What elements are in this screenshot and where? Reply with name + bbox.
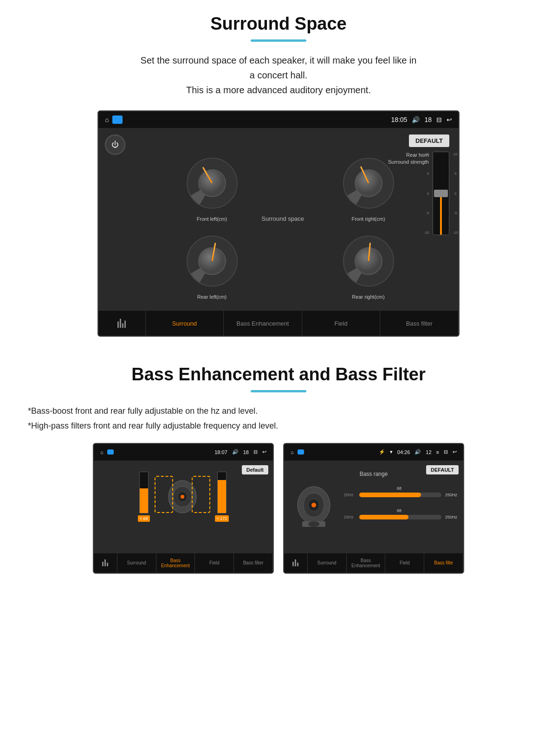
knob-inner-rl[interactable] xyxy=(198,247,226,275)
nav-bass-filter-3[interactable]: Bass filte xyxy=(424,553,463,573)
nav-surround[interactable]: Surround xyxy=(146,311,224,336)
speaker-graphic-area xyxy=(155,474,210,520)
knob-inner-fl[interactable] xyxy=(198,169,226,197)
right-freq-val: < 172 xyxy=(215,515,229,522)
nav-bass-filter-2[interactable]: Bass filter xyxy=(234,553,273,573)
knob-inner-rr[interactable] xyxy=(355,247,382,275)
knob-label-rr: Rear right(cm) xyxy=(352,294,384,300)
status-left-3: ⌂ xyxy=(291,449,304,455)
status-time-3: 04:26 xyxy=(397,449,410,455)
dashed-box-right xyxy=(192,476,210,513)
filter-layout: 68 20Hz 250Hz 88 xyxy=(291,482,457,528)
range-track-1[interactable] xyxy=(359,493,441,497)
knob-inner-fr[interactable] xyxy=(355,169,382,197)
window-icon-2: ⊟ xyxy=(253,449,258,455)
eq-icon-3 xyxy=(292,559,298,566)
fader-handle[interactable] xyxy=(434,190,448,197)
left-fader[interactable] xyxy=(139,472,149,513)
knob-label-rl: Rear left(cm) xyxy=(197,294,227,300)
range-val-1: 68 xyxy=(342,486,457,491)
screen-bass-filter: ⌂ ⚡ ▾ 04:26 🔊 12 ≡ ⊟ ↩ DEFAULT Bass rang… xyxy=(283,443,464,574)
bottom-nav-3: Surround BassEnhancement Field Bass filt… xyxy=(284,553,463,573)
range-val-2: 88 xyxy=(342,508,457,513)
bt-icon: ⚡ xyxy=(379,449,385,455)
right-fader[interactable] xyxy=(217,472,227,513)
nav-eq-icon[interactable] xyxy=(98,311,146,336)
status-bar-2: ⌂ 18:07 🔊 18 ⊟ ↩ xyxy=(94,444,273,461)
filter-speaker xyxy=(291,482,337,528)
nav-eq-2[interactable] xyxy=(94,553,117,573)
bass-content: Default < 68 xyxy=(94,461,273,553)
nav-bass-enh-2[interactable]: Bass Enhancement xyxy=(156,553,195,573)
range-fill-1 xyxy=(359,493,421,497)
home-icon-2: ⌂ xyxy=(100,449,104,455)
status-left-2: ⌂ xyxy=(100,449,114,455)
nav-bass-enhancement[interactable]: Bass Enhancement xyxy=(224,311,302,336)
range-group-1: 68 20Hz 250Hz xyxy=(342,486,457,502)
section1-title: Surround Space xyxy=(28,14,529,34)
bass-controls: < 68 xyxy=(100,472,266,522)
knob-rear-right: Rear right(cm) xyxy=(295,231,442,300)
app-content-1: ⏻ DEFAULT Rear horn Surround strength 10… xyxy=(98,128,459,311)
knob-rear-left: Rear left(cm) xyxy=(138,231,285,300)
left-channel: < 68 xyxy=(138,472,150,522)
knob-label-fl: Front left(cm) xyxy=(197,216,227,222)
menu-icon: ≡ xyxy=(436,449,439,455)
volume-icon-2: 🔊 xyxy=(232,449,239,455)
status-time-2: 18:07 xyxy=(214,449,227,455)
section1-underline xyxy=(251,39,306,42)
bottom-nav-1: Surround Bass Enhancement Field Bass fil… xyxy=(98,311,459,336)
window-icon: ⊟ xyxy=(436,116,442,123)
app-icon-3 xyxy=(298,449,304,455)
range-group-2: 88 20Hz 250Hz xyxy=(342,508,457,524)
status-right-2: 18:07 🔊 18 ⊟ ↩ xyxy=(214,449,266,455)
default-button[interactable]: DEFAULT xyxy=(409,135,449,147)
nav-field[interactable]: Field xyxy=(302,311,381,336)
bass-filter-content: DEFAULT Bass range xyxy=(284,461,463,553)
knob-label-fr: Front right(cm) xyxy=(351,216,385,222)
back-icon-3: ↩ xyxy=(453,449,457,455)
wifi-icon: ▾ xyxy=(390,449,393,455)
nav-field-2[interactable]: Field xyxy=(195,553,234,573)
right-channel: < 172 xyxy=(215,472,229,522)
volume-icon-3: 🔊 xyxy=(415,449,421,455)
nav-surround-3[interactable]: Surround xyxy=(308,553,347,573)
eq-icon-2 xyxy=(102,559,108,566)
nav-bass-filter[interactable]: Bass filter xyxy=(380,311,459,336)
section1-desc: Set the surround space of each speaker, … xyxy=(28,53,529,97)
default-btn-bass[interactable]: Default xyxy=(242,465,268,474)
screens-row: ⌂ 18:07 🔊 18 ⊟ ↩ Default xyxy=(28,443,529,574)
screen-mockup-1: ⌂ 18:05 🔊 18 ⊟ ↩ ⏻ DEFAULT xyxy=(97,110,460,337)
status-bar-3: ⌂ ⚡ ▾ 04:26 🔊 12 ≡ ⊟ ↩ xyxy=(284,444,463,461)
status-volume-2: 18 xyxy=(243,449,249,455)
filter-speaker-svg xyxy=(293,482,335,528)
back-icon: ↩ xyxy=(447,116,452,123)
range-row-1: 20Hz 250Hz xyxy=(342,493,457,497)
bottom-nav-2: Surround Bass Enhancement Field Bass fil… xyxy=(94,553,273,573)
svg-point-9 xyxy=(308,521,319,527)
screen-bass-enhancement: ⌂ 18:07 🔊 18 ⊟ ↩ Default xyxy=(93,443,274,574)
nav-surround-2[interactable]: Surround xyxy=(117,553,156,573)
status-time: 18:05 xyxy=(391,116,407,123)
knob-front-left: Front left(cm) xyxy=(138,153,285,222)
knob-needle-fr xyxy=(360,166,369,184)
nav-bass-enh-3[interactable]: BassEnhancement xyxy=(347,553,386,573)
power-icon: ⏻ xyxy=(111,141,119,149)
nav-field-3[interactable]: Field xyxy=(385,553,424,573)
section1: Surround Space Set the surround space of… xyxy=(0,0,557,346)
status-volume: 18 xyxy=(424,116,432,123)
fader-track[interactable]: 10 5 0 -5 -10 10 5 0 -5 xyxy=(433,152,449,235)
section2-underline xyxy=(251,390,306,392)
home-icon: ⌂ xyxy=(105,116,109,123)
svg-point-7 xyxy=(311,503,316,507)
default-btn-filter[interactable]: DEFAULT xyxy=(426,465,459,474)
knob-needle-fl xyxy=(202,167,213,184)
range-track-2[interactable] xyxy=(359,515,441,519)
range-fill-2 xyxy=(359,515,408,519)
power-button[interactable]: ⏻ xyxy=(105,135,125,155)
status-bar-1: ⌂ 18:05 🔊 18 ⊟ ↩ xyxy=(98,111,459,128)
nav-eq-3[interactable] xyxy=(284,553,308,573)
status-volume-3: 12 xyxy=(426,449,431,455)
range-row-2: 20Hz 250Hz xyxy=(342,515,457,519)
knob-needle-rr xyxy=(368,243,370,261)
